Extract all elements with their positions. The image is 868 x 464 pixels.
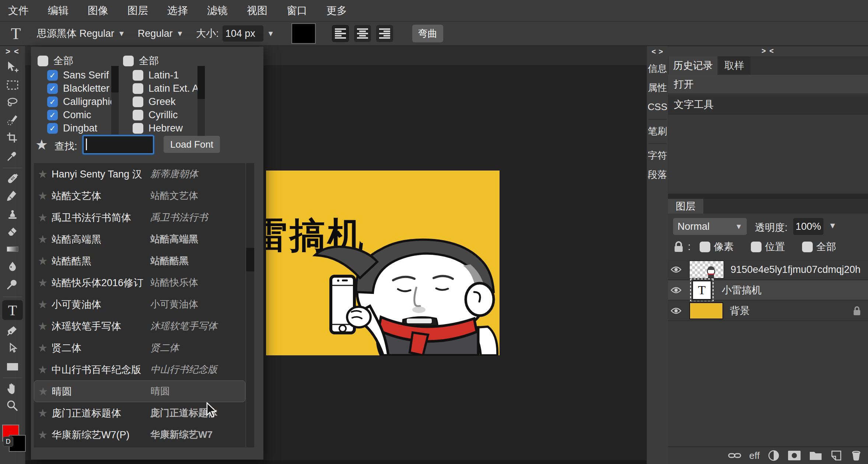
eraser-tool-icon[interactable] [5,224,20,239]
dodge-tool-icon[interactable] [5,277,20,292]
category-calligraphic[interactable]: ✓Calligraphic [47,96,115,108]
tab-paragraph[interactable]: 段落 [647,166,668,183]
category-sans-serif[interactable]: ✓Sans Serif [47,70,109,81]
font-row[interactable]: ★禹卫书法行书简体禹卫书法行书 [34,207,245,228]
script-greek[interactable]: Greek [133,96,176,108]
panel-collapse-button[interactable]: > < [668,47,868,56]
font-row[interactable]: ★站酷快乐体2016修订站酷快乐体 [34,272,245,293]
mask-icon[interactable] [788,450,801,461]
tab-info[interactable]: 信息 [647,60,668,77]
font-row[interactable]: ★华康新综艺W7(P)华康新综艺W7 [34,424,245,446]
category-comic[interactable]: ✓Comic [47,109,91,121]
tab-brush[interactable]: 笔刷 [647,123,668,140]
script-latin1[interactable]: Latin-1 [133,70,179,81]
visibility-eye-icon[interactable] [668,287,684,294]
font-row[interactable]: ★贤二体贤二体 [34,337,245,359]
opacity-input[interactable]: 100% [793,218,823,235]
zoom-tool-icon[interactable] [5,399,20,414]
align-left-button[interactable] [332,25,349,42]
font-row[interactable]: ★小可黄油体小可黄油体 [34,293,245,315]
brush-tool-icon[interactable] [5,189,20,204]
move-tool-icon[interactable] [5,60,20,75]
category-blackletter[interactable]: ✓Blackletter [47,83,109,94]
document-canvas[interactable]: 小雷搞机 [266,171,500,355]
star-icon[interactable]: ★ [34,428,52,441]
star-icon[interactable]: ★ [34,254,52,267]
adjustment-icon[interactable] [768,450,780,461]
favorites-star-icon[interactable]: ★ [35,137,48,153]
align-right-button[interactable] [376,25,393,42]
star-icon[interactable]: ★ [34,233,52,246]
default-colors-badge[interactable]: D [3,436,13,447]
new-layer-icon[interactable] [830,450,842,461]
align-center-button[interactable] [354,25,371,42]
trash-icon[interactable] [850,450,862,461]
warp-text-button[interactable]: 弯曲 [412,25,443,42]
tab-layers[interactable]: 图层 [668,199,703,214]
star-icon[interactable]: ★ [34,407,52,419]
tab-history[interactable]: 历史记录 [669,56,717,75]
text-color-swatch[interactable] [291,23,316,44]
font-style-dropdown[interactable]: Regular ▼ [138,28,183,39]
hand-tool-icon[interactable] [5,381,20,396]
star-icon[interactable]: ★ [34,211,52,224]
effects-button[interactable]: eff [749,450,760,461]
layer-row-image[interactable]: 9150e4e5ly1fjmu07cdmqj20h [668,260,868,280]
font-row[interactable]: ★沐瑶软笔手写体沐瑶软笔手写体 [34,315,245,337]
layer-thumbnail[interactable] [689,261,724,278]
star-icon[interactable]: ★ [34,298,52,311]
font-size-input[interactable] [223,25,263,42]
category-scrollbar[interactable] [111,66,119,138]
font-row[interactable]: ★Hanyi Senty Tang 汉新蒂唐朝体 [34,163,245,185]
menu-select[interactable]: 选择 [167,4,188,18]
strip-collapse-button[interactable]: < > [647,48,668,56]
link-icon[interactable] [728,451,741,460]
script-all-checkbox[interactable]: 全部 [123,54,159,67]
menu-edit[interactable]: 编辑 [48,4,69,18]
star-icon[interactable]: ★ [34,320,52,333]
toolbar-collapse-button[interactable]: > < [0,47,25,56]
layer-row-text-selected[interactable]: T 小雷搞机 [668,281,868,300]
load-font-button[interactable]: Load Font [164,136,220,153]
history-item-text-tool[interactable]: 文字工具 [668,95,868,115]
history-item-open[interactable]: 打开 [668,75,868,94]
blend-mode-dropdown[interactable]: Normal ▼ [673,218,747,235]
font-row-hovered[interactable]: ★晴圆晴圆 [34,380,245,402]
tab-character[interactable]: 字符 [647,147,668,164]
crop-tool-icon[interactable] [5,131,20,145]
font-row[interactable]: ★站酷高端黑站酷高端黑 [34,228,245,250]
lock-position-checkbox[interactable] [751,242,762,252]
font-list-scrollbar[interactable] [246,163,254,447]
category-dingbat[interactable]: ✓Dingbat [47,123,97,134]
menu-file[interactable]: 文件 [8,4,29,18]
lock-all-checkbox[interactable] [802,242,813,252]
eyedropper-tool-icon[interactable] [5,148,20,163]
menu-layer[interactable]: 图层 [127,4,148,18]
star-icon[interactable]: ★ [34,363,52,376]
background-layer-thumbnail[interactable] [689,302,723,319]
quick-select-tool-icon[interactable] [5,113,20,128]
text-layer-thumbnail[interactable]: T [692,281,711,300]
folder-icon[interactable] [809,450,822,461]
script-cyrillic[interactable]: Cyrillic [133,109,178,121]
menu-view[interactable]: 视图 [247,4,267,18]
script-scrollbar[interactable] [197,66,205,138]
direct-select-tool-icon[interactable] [5,342,20,357]
menu-window[interactable]: 窗口 [287,4,307,18]
script-hebrew[interactable]: Hebrew [133,123,183,134]
chevron-down-icon[interactable]: ▼ [829,221,837,231]
spot-heal-tool-icon[interactable] [5,171,20,186]
menu-image[interactable]: 图像 [88,4,108,18]
rect-select-tool-icon[interactable] [5,78,20,92]
font-family-dropdown[interactable]: 思源黑体 Regular ▼ [37,27,125,40]
star-icon[interactable]: ★ [34,168,52,180]
lasso-tool-icon[interactable] [5,95,20,110]
font-row[interactable]: ★站酷酷黑站酷酷黑 [34,250,245,272]
tab-css[interactable]: CSS [647,98,668,115]
tab-sampling[interactable]: 取样 [718,56,750,75]
font-search-input[interactable] [83,135,154,154]
menu-filter[interactable]: 滤镜 [207,4,228,18]
gradient-tool-icon[interactable] [5,242,20,257]
star-icon[interactable]: ★ [34,189,52,202]
type-tool-button-active[interactable]: T [2,300,23,320]
